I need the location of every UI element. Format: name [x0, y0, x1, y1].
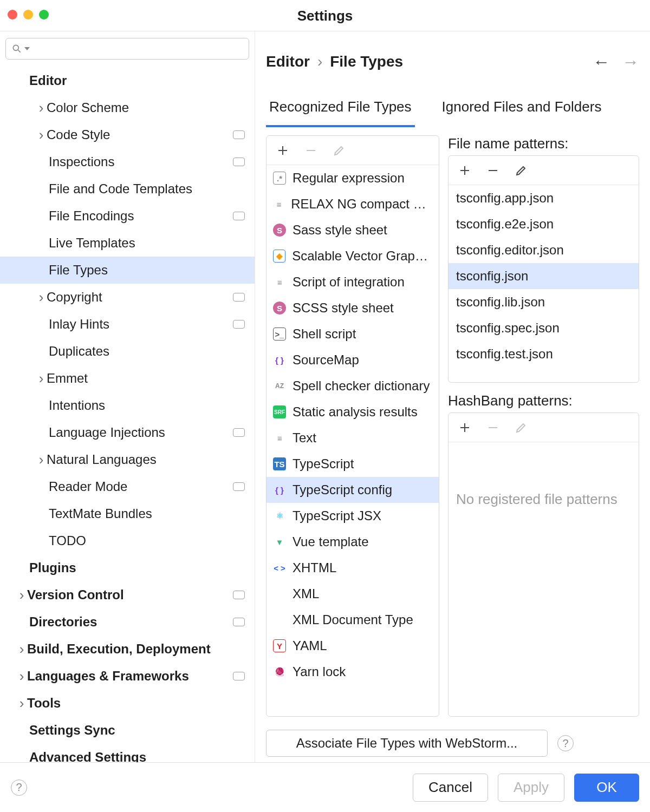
close-icon[interactable] — [8, 10, 17, 19]
sidebar-item-label: Reader Mode — [49, 479, 233, 494]
ok-button[interactable]: OK — [574, 774, 639, 802]
file-type-item[interactable]: XML — [266, 581, 439, 607]
sidebar-item[interactable]: Live Templates — [0, 230, 255, 257]
minimize-icon[interactable] — [23, 10, 33, 19]
sidebar-item[interactable]: Natural Languages — [0, 446, 255, 473]
breadcrumb-separator: › — [317, 53, 322, 70]
sidebar-item[interactable]: Build, Execution, Deployment — [0, 636, 255, 663]
ts-icon: TS — [273, 457, 286, 470]
file-type-item[interactable]: ⚛TypeScript JSX — [266, 503, 439, 529]
edit-button[interactable] — [515, 164, 528, 177]
file-type-item[interactable]: AZSpell checker dictionary — [266, 373, 439, 399]
sidebar-item[interactable]: Languages & Frameworks — [0, 663, 255, 690]
sidebar-item[interactable]: Plugins — [0, 554, 255, 581]
pattern-item[interactable]: tsconfig.lib.json — [448, 289, 639, 315]
tab[interactable]: Recognized File Types — [266, 99, 415, 127]
breadcrumb-bar: Editor › File Types ← → — [266, 45, 639, 78]
add-button[interactable] — [458, 421, 471, 434]
pattern-item[interactable]: tsconfig.e2e.json — [448, 211, 639, 237]
file-type-item[interactable]: ≡Script of integration — [266, 269, 439, 295]
sidebar-item[interactable]: Inlay Hints — [0, 311, 255, 338]
pattern-item[interactable]: tsconfig.spec.json — [448, 315, 639, 341]
settings-sidebar: EditorColor SchemeCode StyleInspectionsF… — [0, 31, 255, 762]
cancel-button[interactable]: Cancel — [413, 774, 488, 802]
add-button[interactable] — [276, 144, 289, 157]
pattern-item[interactable]: tsconfig.json — [448, 263, 639, 289]
sidebar-item-label: Directories — [29, 614, 233, 630]
scope-badge-icon — [233, 320, 245, 329]
edit-button — [515, 421, 528, 434]
file-type-item[interactable]: >_Shell script — [266, 321, 439, 347]
remove-button[interactable] — [304, 144, 317, 157]
chevron-down-icon[interactable] — [24, 47, 30, 50]
file-type-item[interactable]: ▼Vue template — [266, 529, 439, 555]
lines-icon: ≡ — [273, 198, 284, 211]
sidebar-item[interactable]: Intentions — [0, 392, 255, 419]
hashbang-empty-message: No registered file patterns — [448, 442, 639, 508]
hashbang-panel: No registered file patterns — [448, 412, 639, 717]
sidebar-item[interactable]: Tools — [0, 690, 255, 717]
hashbang-toolbar — [448, 413, 639, 442]
sidebar-item[interactable]: File and Code Templates — [0, 175, 255, 202]
sidebar-item-label: Version Control — [27, 587, 233, 603]
file-type-item[interactable]: SSCSS style sheet — [266, 295, 439, 321]
scope-badge-icon — [233, 618, 245, 626]
sidebar-item[interactable]: Editor — [0, 67, 255, 94]
help-icon[interactable]: ? — [557, 735, 574, 751]
sidebar-item-label: File and Code Templates — [49, 181, 245, 197]
file-type-item[interactable]: TSTypeScript — [266, 451, 439, 477]
sidebar-item[interactable]: TODO — [0, 527, 255, 554]
file-type-item[interactable]: ◆Scalable Vector Graphics — [266, 243, 439, 269]
chevron-right-icon — [36, 451, 47, 468]
patterns-list[interactable]: tsconfig.app.jsontsconfig.e2e.jsontsconf… — [448, 185, 639, 382]
file-type-item[interactable]: SRFStatic analysis results — [266, 399, 439, 425]
sidebar-item[interactable]: Duplicates — [0, 338, 255, 365]
file-type-item[interactable]: { }SourceMap — [266, 347, 439, 373]
add-button[interactable] — [458, 164, 471, 177]
breadcrumb-segment[interactable]: Editor — [266, 53, 310, 70]
sidebar-item[interactable]: Advanced Settings — [0, 744, 255, 762]
file-type-item[interactable]: 🧶Yarn lock — [266, 659, 439, 685]
sidebar-item[interactable]: Code Style — [0, 121, 255, 148]
settings-tree[interactable]: EditorColor SchemeCode StyleInspectionsF… — [0, 67, 255, 762]
sidebar-item[interactable]: Color Scheme — [0, 94, 255, 121]
pattern-item[interactable]: tsconfig.app.json — [448, 185, 639, 211]
sidebar-item[interactable]: Settings Sync — [0, 717, 255, 744]
patterns-toolbar — [448, 156, 639, 185]
remove-button[interactable] — [486, 164, 499, 177]
sidebar-item[interactable]: Emmet — [0, 365, 255, 392]
file-type-label: RELAX NG compact syntax — [291, 197, 432, 212]
file-type-item[interactable]: < >XHTML — [266, 555, 439, 581]
edit-button[interactable] — [333, 144, 346, 157]
associate-button[interactable]: Associate File Types with WebStorm... — [266, 730, 548, 757]
tab[interactable]: Ignored Files and Folders — [439, 99, 605, 127]
sidebar-item[interactable]: File Types — [0, 257, 255, 284]
file-type-item[interactable]: ≡RELAX NG compact syntax — [266, 191, 439, 217]
file-type-label: Vue template — [292, 534, 369, 549]
sidebar-item[interactable]: Copyright — [0, 284, 255, 311]
file-types-list[interactable]: .*Regular expression≡RELAX NG compact sy… — [266, 165, 439, 716]
sidebar-item[interactable]: File Encodings — [0, 202, 255, 230]
sidebar-item[interactable]: TextMate Bundles — [0, 500, 255, 527]
file-type-item[interactable]: { }TypeScript config — [266, 477, 439, 503]
file-type-item[interactable]: XML Document Type — [266, 607, 439, 633]
sidebar-item[interactable]: Language Injections — [0, 419, 255, 446]
sidebar-item[interactable]: Reader Mode — [0, 473, 255, 500]
file-type-item[interactable]: .*Regular expression — [266, 165, 439, 191]
nav-back-icon[interactable]: ← — [593, 52, 610, 72]
sidebar-item[interactable]: Version Control — [0, 581, 255, 608]
sidebar-item[interactable]: Directories — [0, 608, 255, 636]
help-icon[interactable]: ? — [11, 780, 27, 796]
remove-button — [486, 421, 499, 434]
file-type-item[interactable]: YYAML — [266, 633, 439, 659]
file-type-item[interactable]: ≡Text — [266, 425, 439, 451]
dialog-footer: ? Cancel Apply OK — [0, 762, 650, 812]
zoom-icon[interactable] — [39, 10, 49, 19]
sidebar-item-label: TODO — [49, 533, 245, 548]
search-input[interactable] — [5, 38, 249, 60]
pattern-item[interactable]: tsconfig.editor.json — [448, 237, 639, 263]
pattern-item[interactable]: tsconfig.test.json — [448, 341, 639, 367]
file-type-item[interactable]: SSass style sheet — [266, 217, 439, 243]
sidebar-item[interactable]: Inspections — [0, 148, 255, 175]
apply-button[interactable]: Apply — [498, 774, 564, 802]
